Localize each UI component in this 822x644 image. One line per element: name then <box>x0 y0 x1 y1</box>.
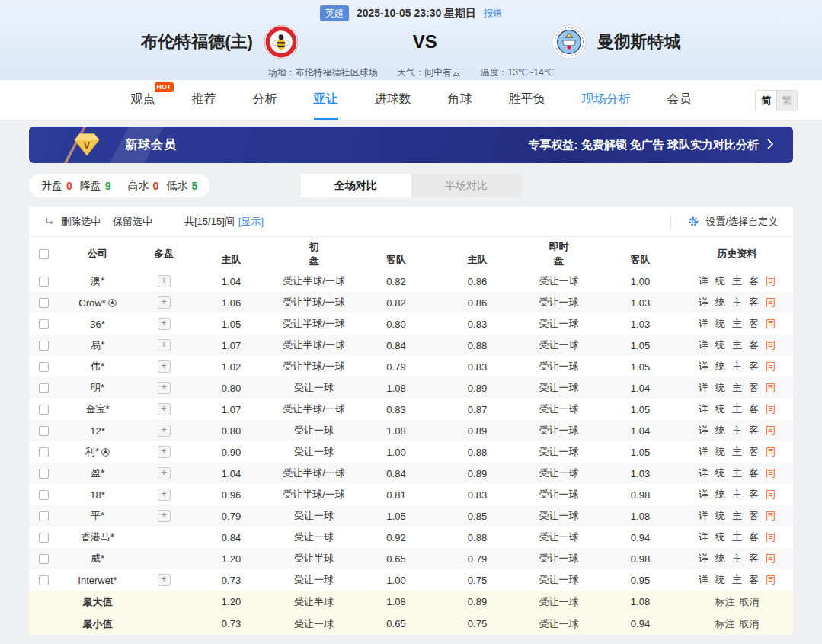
select-all-checkbox[interactable] <box>39 249 49 259</box>
row-checkbox[interactable] <box>39 341 49 351</box>
history-link-客[interactable]: 客 <box>749 488 759 501</box>
history-link-详[interactable]: 详 <box>699 509 708 523</box>
row-checkbox[interactable] <box>39 426 49 436</box>
row-checkbox[interactable] <box>39 405 49 415</box>
history-link-客[interactable]: 客 <box>749 338 759 352</box>
lang-simplified-button[interactable]: 简 <box>756 91 776 111</box>
history-link-客[interactable]: 客 <box>749 509 759 523</box>
history-link-同[interactable]: 同 <box>766 402 776 416</box>
history-link-同[interactable]: 同 <box>766 466 776 480</box>
history-link-统[interactable]: 统 <box>715 402 725 416</box>
history-link-同[interactable]: 同 <box>766 296 776 309</box>
row-checkbox[interactable] <box>39 383 49 393</box>
history-link-同[interactable]: 同 <box>766 424 776 437</box>
history-link-同[interactable]: 同 <box>766 509 776 523</box>
delete-selected-button[interactable]: 删除选中 <box>61 215 101 229</box>
nav-tab-9[interactable]: 会员 <box>667 80 692 120</box>
expand-plus-button[interactable]: + <box>158 360 171 373</box>
history-link-主[interactable]: 主 <box>732 338 742 352</box>
summary-link-取消[interactable]: 取消 <box>740 617 760 631</box>
nav-tab-6[interactable]: 角球 <box>448 80 472 120</box>
history-link-统[interactable]: 统 <box>715 296 725 309</box>
summary-link-标注[interactable]: 标注 <box>715 617 735 631</box>
history-link-详[interactable]: 详 <box>699 338 708 352</box>
history-link-详[interactable]: 详 <box>699 317 708 331</box>
history-link-主[interactable]: 主 <box>732 530 742 544</box>
summary-link-取消[interactable]: 取消 <box>740 595 760 609</box>
expand-plus-button[interactable]: + <box>158 296 171 309</box>
history-link-同[interactable]: 同 <box>766 573 776 587</box>
history-link-客[interactable]: 客 <box>749 466 759 480</box>
nav-tab-4[interactable]: 亚让 <box>314 80 338 120</box>
history-link-详[interactable]: 详 <box>699 274 708 288</box>
expand-plus-button[interactable]: + <box>158 339 171 351</box>
history-link-客[interactable]: 客 <box>749 360 759 373</box>
history-link-详[interactable]: 详 <box>699 402 708 416</box>
row-checkbox[interactable] <box>39 362 49 372</box>
history-link-客[interactable]: 客 <box>749 296 759 309</box>
expand-plus-button[interactable]: + <box>158 318 171 330</box>
expand-plus-button[interactable]: + <box>158 489 171 501</box>
history-link-统[interactable]: 统 <box>715 317 725 331</box>
history-link-统[interactable]: 统 <box>715 274 725 288</box>
history-link-主[interactable]: 主 <box>732 296 742 309</box>
history-link-主[interactable]: 主 <box>732 274 742 288</box>
history-link-主[interactable]: 主 <box>732 445 742 459</box>
history-link-主[interactable]: 主 <box>732 402 742 416</box>
history-link-详[interactable]: 详 <box>699 424 708 437</box>
expand-plus-button[interactable]: + <box>158 510 171 522</box>
history-link-客[interactable]: 客 <box>749 317 759 331</box>
history-link-客[interactable]: 客 <box>749 274 759 288</box>
history-link-同[interactable]: 同 <box>766 338 776 352</box>
row-checkbox[interactable] <box>39 469 49 479</box>
history-link-统[interactable]: 统 <box>715 530 725 544</box>
expand-plus-button[interactable]: + <box>158 467 171 479</box>
history-link-同[interactable]: 同 <box>766 317 776 331</box>
nav-tab-3[interactable]: 分析 <box>253 80 277 120</box>
row-checkbox[interactable] <box>39 533 49 543</box>
history-link-统[interactable]: 统 <box>715 381 725 395</box>
history-link-统[interactable]: 统 <box>715 338 725 352</box>
history-link-主[interactable]: 主 <box>732 488 742 501</box>
history-link-统[interactable]: 统 <box>715 552 725 566</box>
expand-plus-button[interactable]: + <box>158 425 171 437</box>
row-checkbox[interactable] <box>39 319 49 329</box>
history-link-同[interactable]: 同 <box>766 274 776 288</box>
vip-member-banner[interactable]: V 新球会员 专享权益: 免费解锁 免广告 球队实力对比分析 <box>29 127 793 163</box>
history-link-详[interactable]: 详 <box>699 466 708 480</box>
history-link-主[interactable]: 主 <box>732 552 742 566</box>
history-link-详[interactable]: 详 <box>699 552 708 566</box>
history-link-统[interactable]: 统 <box>715 445 725 459</box>
row-checkbox[interactable] <box>39 447 49 457</box>
nav-tab-1[interactable]: 观点HOT <box>131 80 155 120</box>
history-link-同[interactable]: 同 <box>766 488 776 501</box>
history-link-统[interactable]: 统 <box>715 360 725 373</box>
history-link-客[interactable]: 客 <box>749 530 759 544</box>
history-link-同[interactable]: 同 <box>766 360 776 373</box>
tab-half-match[interactable]: 半场对比 <box>411 174 522 197</box>
history-link-同[interactable]: 同 <box>766 381 776 395</box>
league-badge[interactable]: 英超 <box>320 5 349 21</box>
history-link-主[interactable]: 主 <box>732 509 742 523</box>
row-checkbox[interactable] <box>39 554 49 564</box>
history-link-主[interactable]: 主 <box>732 317 742 331</box>
history-link-详[interactable]: 详 <box>699 445 708 459</box>
history-link-同[interactable]: 同 <box>766 552 776 566</box>
history-link-主[interactable]: 主 <box>732 573 742 587</box>
history-link-详[interactable]: 详 <box>699 296 708 309</box>
history-link-详[interactable]: 详 <box>699 488 708 501</box>
lang-traditional-button[interactable]: 繁 <box>776 91 797 111</box>
expand-plus-button[interactable]: + <box>158 446 171 458</box>
history-link-客[interactable]: 客 <box>749 573 759 587</box>
nav-tab-7[interactable]: 胜平负 <box>509 80 545 120</box>
settings-button[interactable]: 设置/选择自定义 <box>670 215 778 229</box>
history-link-客[interactable]: 客 <box>749 402 759 416</box>
history-link-主[interactable]: 主 <box>732 466 742 480</box>
show-link[interactable]: [显示] <box>238 215 264 229</box>
row-checkbox[interactable] <box>39 277 49 287</box>
history-link-主[interactable]: 主 <box>732 424 742 437</box>
history-link-主[interactable]: 主 <box>732 360 742 373</box>
history-link-同[interactable]: 同 <box>766 445 776 459</box>
history-link-客[interactable]: 客 <box>749 552 759 566</box>
nav-tab-5[interactable]: 进球数 <box>375 80 411 120</box>
